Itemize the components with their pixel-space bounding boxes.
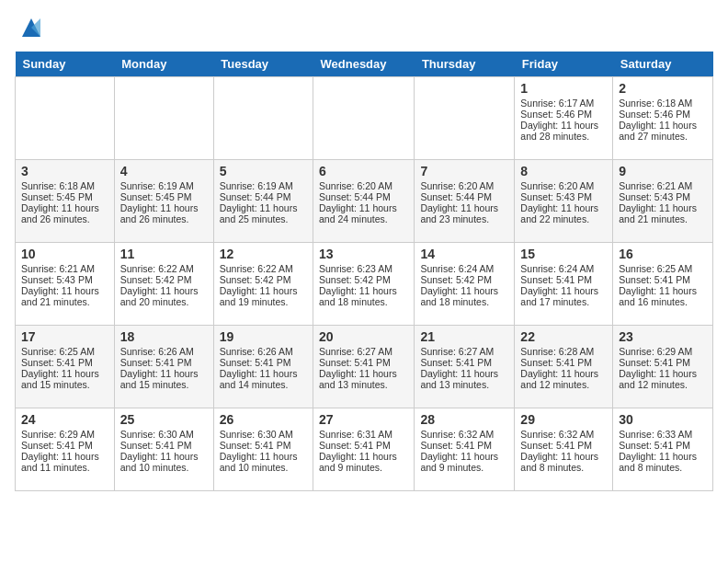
sunrise-text: Sunrise: 6:28 AM: [520, 346, 607, 357]
daylight-text: Daylight: 11 hours and 13 minutes.: [319, 368, 408, 390]
sunrise-text: Sunrise: 6:18 AM: [21, 180, 108, 191]
sunrise-text: Sunrise: 6:25 AM: [619, 263, 707, 274]
calendar-cell: 14Sunrise: 6:24 AMSunset: 5:42 PMDayligh…: [415, 243, 515, 326]
daylight-text: Daylight: 11 hours and 10 minutes.: [220, 451, 307, 473]
daylight-text: Daylight: 11 hours and 13 minutes.: [420, 368, 508, 390]
col-header-thursday: Thursday: [415, 52, 515, 77]
sunrise-text: Sunrise: 6:29 AM: [619, 346, 707, 357]
sunset-text: Sunset: 5:45 PM: [21, 191, 108, 202]
sunset-text: Sunset: 5:41 PM: [120, 440, 208, 451]
sunset-text: Sunset: 5:41 PM: [21, 357, 108, 368]
day-number: 2: [619, 81, 707, 96]
daylight-text: Daylight: 11 hours and 18 minutes.: [420, 285, 508, 307]
day-number: 14: [420, 247, 508, 261]
day-number: 7: [420, 164, 508, 178]
calendar-cell: 10Sunrise: 6:21 AMSunset: 5:43 PMDayligh…: [16, 243, 115, 326]
daylight-text: Daylight: 11 hours and 8 minutes.: [520, 451, 607, 473]
calendar-cell: 25Sunrise: 6:30 AMSunset: 5:41 PMDayligh…: [114, 408, 213, 491]
sunset-text: Sunset: 5:45 PM: [120, 191, 208, 202]
calendar-cell: 30Sunrise: 6:33 AMSunset: 5:41 PMDayligh…: [613, 408, 713, 491]
sunrise-text: Sunrise: 6:21 AM: [21, 263, 108, 274]
sunrise-text: Sunrise: 6:22 AM: [220, 263, 307, 274]
day-number: 21: [420, 329, 508, 344]
calendar-cell: 8Sunrise: 6:20 AMSunset: 5:43 PMDaylight…: [515, 160, 613, 243]
sunrise-text: Sunrise: 6:19 AM: [220, 180, 307, 191]
day-number: 28: [420, 412, 508, 427]
sunrise-text: Sunrise: 6:26 AM: [120, 346, 208, 357]
calendar-week-2: 3Sunrise: 6:18 AMSunset: 5:45 PMDaylight…: [16, 160, 713, 243]
col-header-friday: Friday: [515, 52, 613, 77]
sunset-text: Sunset: 5:41 PM: [520, 274, 607, 285]
daylight-text: Daylight: 11 hours and 8 minutes.: [619, 451, 707, 473]
calendar-cell: 21Sunrise: 6:27 AMSunset: 5:41 PMDayligh…: [415, 326, 515, 408]
sunset-text: Sunset: 5:41 PM: [520, 357, 607, 368]
day-number: 20: [319, 329, 408, 344]
calendar-cell: 15Sunrise: 6:24 AMSunset: 5:41 PMDayligh…: [515, 243, 613, 326]
col-header-saturday: Saturday: [613, 52, 713, 77]
page-header: [15, 15, 713, 40]
sunrise-text: Sunrise: 6:20 AM: [319, 180, 408, 191]
calendar-cell: 17Sunrise: 6:25 AMSunset: 5:41 PMDayligh…: [16, 326, 115, 408]
sunrise-text: Sunrise: 6:27 AM: [319, 346, 408, 357]
daylight-text: Daylight: 11 hours and 19 minutes.: [220, 285, 307, 307]
day-number: 26: [220, 412, 307, 427]
day-number: 1: [520, 81, 607, 96]
day-number: 4: [120, 164, 208, 178]
day-number: 30: [619, 412, 707, 427]
sunset-text: Sunset: 5:41 PM: [420, 440, 508, 451]
sunrise-text: Sunrise: 6:29 AM: [21, 429, 108, 440]
day-number: 11: [120, 247, 208, 261]
calendar-cell: 12Sunrise: 6:22 AMSunset: 5:42 PMDayligh…: [213, 243, 313, 326]
daylight-text: Daylight: 11 hours and 15 minutes.: [120, 368, 208, 390]
sunrise-text: Sunrise: 6:22 AM: [120, 263, 208, 274]
day-number: 23: [619, 329, 707, 344]
sunrise-text: Sunrise: 6:32 AM: [420, 429, 508, 440]
day-number: 18: [120, 329, 208, 344]
calendar-cell: 6Sunrise: 6:20 AMSunset: 5:44 PMDaylight…: [313, 160, 415, 243]
sunrise-text: Sunrise: 6:19 AM: [120, 180, 208, 191]
daylight-text: Daylight: 11 hours and 28 minutes.: [520, 120, 607, 142]
sunset-text: Sunset: 5:46 PM: [520, 109, 607, 120]
logo-icon: [18, 15, 44, 40]
calendar-cell: [213, 77, 313, 160]
calendar-cell: 13Sunrise: 6:23 AMSunset: 5:42 PMDayligh…: [313, 243, 415, 326]
sunset-text: Sunset: 5:41 PM: [619, 357, 707, 368]
sunset-text: Sunset: 5:42 PM: [220, 274, 307, 285]
sunset-text: Sunset: 5:46 PM: [619, 109, 707, 120]
daylight-text: Daylight: 11 hours and 12 minutes.: [619, 368, 707, 390]
day-number: 13: [319, 247, 408, 261]
calendar-table: SundayMondayTuesdayWednesdayThursdayFrid…: [15, 52, 713, 491]
sunrise-text: Sunrise: 6:33 AM: [619, 429, 707, 440]
daylight-text: Daylight: 11 hours and 11 minutes.: [21, 451, 108, 473]
sunset-text: Sunset: 5:42 PM: [420, 274, 508, 285]
daylight-text: Daylight: 11 hours and 25 minutes.: [220, 202, 307, 224]
calendar-cell: 18Sunrise: 6:26 AMSunset: 5:41 PMDayligh…: [114, 326, 213, 408]
day-number: 25: [120, 412, 208, 427]
sunrise-text: Sunrise: 6:20 AM: [520, 180, 607, 191]
sunset-text: Sunset: 5:41 PM: [319, 357, 408, 368]
col-header-sunday: Sunday: [16, 52, 115, 77]
calendar-cell: 3Sunrise: 6:18 AMSunset: 5:45 PMDaylight…: [16, 160, 115, 243]
calendar-week-1: 1Sunrise: 6:17 AMSunset: 5:46 PMDaylight…: [16, 77, 713, 160]
calendar-week-5: 24Sunrise: 6:29 AMSunset: 5:41 PMDayligh…: [16, 408, 713, 491]
daylight-text: Daylight: 11 hours and 27 minutes.: [619, 120, 707, 142]
calendar-cell: 23Sunrise: 6:29 AMSunset: 5:41 PMDayligh…: [613, 326, 713, 408]
sunrise-text: Sunrise: 6:23 AM: [319, 263, 408, 274]
daylight-text: Daylight: 11 hours and 9 minutes.: [319, 451, 408, 473]
sunset-text: Sunset: 5:43 PM: [619, 191, 707, 202]
calendar-cell: [16, 77, 115, 160]
calendar-cell: 11Sunrise: 6:22 AMSunset: 5:42 PMDayligh…: [114, 243, 213, 326]
sunrise-text: Sunrise: 6:26 AM: [220, 346, 307, 357]
day-number: 5: [220, 164, 307, 178]
sunrise-text: Sunrise: 6:21 AM: [619, 180, 707, 191]
calendar-cell: 2Sunrise: 6:18 AMSunset: 5:46 PMDaylight…: [613, 77, 713, 160]
day-number: 22: [520, 329, 607, 344]
daylight-text: Daylight: 11 hours and 14 minutes.: [220, 368, 307, 390]
sunset-text: Sunset: 5:44 PM: [220, 191, 307, 202]
sunset-text: Sunset: 5:41 PM: [420, 357, 508, 368]
sunrise-text: Sunrise: 6:27 AM: [420, 346, 508, 357]
sunrise-text: Sunrise: 6:24 AM: [420, 263, 508, 274]
daylight-text: Daylight: 11 hours and 20 minutes.: [120, 285, 208, 307]
sunrise-text: Sunrise: 6:31 AM: [319, 429, 408, 440]
sunset-text: Sunset: 5:41 PM: [520, 440, 607, 451]
